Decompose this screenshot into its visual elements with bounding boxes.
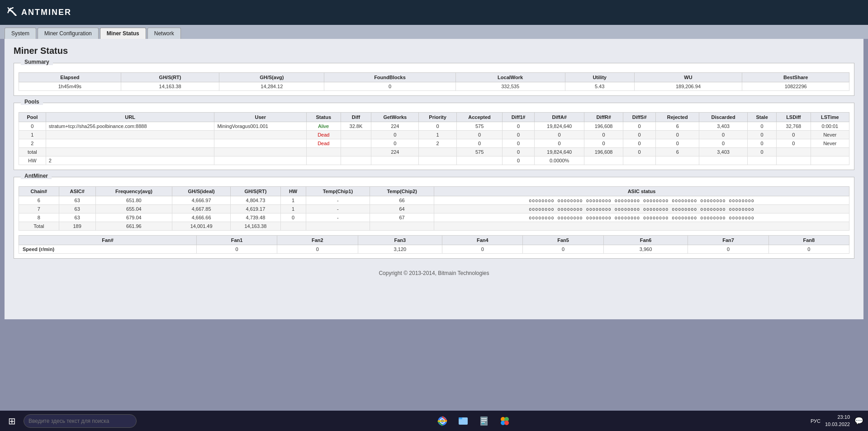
fan-speed-5: 0 [523, 245, 603, 254]
pool-col-getworks: GetWorks [371, 113, 419, 122]
pool-hw-stale [748, 156, 777, 165]
pool-hw-diffr [584, 156, 623, 165]
pool-col-priority: Priority [419, 113, 457, 122]
pool-0-rejected: 6 [656, 122, 699, 131]
pool-col-diffs: DiffS# [623, 113, 656, 122]
pool-hw-label: HW [19, 156, 46, 165]
pool-2-diffr: 0 [584, 139, 623, 148]
pool-total-diffa: 19,824,640 [534, 148, 584, 156]
chain-8-asic: 63 [59, 213, 95, 222]
tab-network[interactable]: Network [147, 28, 181, 39]
fan-speed-1: 0 [197, 245, 277, 254]
pool-total-url [46, 148, 214, 156]
fan-speed-3: 3,120 [358, 245, 442, 254]
pool-col-status: Status [306, 113, 341, 122]
pool-total-diffr: 196,608 [584, 148, 623, 156]
fan-table: Fan# Fan1 Fan2 Fan3 Fan4 Fan5 Fan6 Fan7 … [19, 235, 849, 254]
pool-1-discarded: 0 [699, 131, 747, 139]
best-share-value: 10822296 [742, 82, 849, 91]
pool-1-diffs: 0 [623, 131, 656, 139]
notification-icon[interactable]: 💬 [854, 417, 863, 425]
chain-col-chain: Chain# [19, 187, 59, 196]
chain-total-temp1 [306, 222, 370, 231]
file-manager-icon[interactable] [455, 412, 472, 430]
pool-hw-rejected [656, 156, 699, 165]
col-ghs-rt: GH/S(RT) [121, 73, 219, 82]
pool-hw-user [214, 156, 307, 165]
col-best-share: BestShare [742, 73, 849, 82]
chain-col-ghs-rt: GH/S(RT) [231, 187, 281, 196]
pool-total-lsdiff [777, 148, 811, 156]
chain-7-ghs-rt: 4,619.17 [231, 205, 281, 213]
pool-col-diff: Diff [341, 113, 371, 122]
svg-rect-6 [481, 418, 487, 419]
pool-0-user: MiningVoragus001.001 [214, 122, 307, 131]
pool-col-url: URL [46, 113, 214, 122]
pool-2-status: Dead [306, 139, 341, 148]
antminer-legend: AntMiner [21, 173, 52, 179]
chain-7-ghs-ideal: 4,667.85 [172, 205, 231, 213]
chain-6-asic-status: oooooooo oooooooo oooooooo oooooooo oooo… [434, 196, 849, 205]
pool-0-diff1: 0 [503, 122, 535, 131]
chain-8-chain: 8 [19, 213, 59, 222]
pool-2-lsdiff: 0 [777, 139, 811, 148]
pool-0-lstime: 0:00:01 [811, 122, 849, 131]
taskbar-left: ⊞ [2, 412, 137, 431]
pool-1-status: Dead [306, 131, 341, 139]
pool-1-rejected: 0 [656, 131, 699, 139]
pool-total-getworks: 224 [371, 148, 419, 156]
pool-col-diffa: DiffA# [534, 113, 584, 122]
fan-speed-2: 0 [277, 245, 358, 254]
pool-1-diffa: 0 [534, 131, 584, 139]
pool-2-priority: 2 [419, 139, 457, 148]
pool-col-rejected: Rejected [656, 113, 699, 122]
chain-row-6: 6 63 651.80 4,666.97 4,804.73 1 - 66 ooo… [19, 196, 849, 205]
pool-0-getworks: 224 [371, 122, 419, 131]
pool-2-user [214, 139, 307, 148]
chain-col-freq: Frequency(avg) [95, 187, 172, 196]
pool-2-diffs: 0 [623, 139, 656, 148]
chain-table: Chain# ASIC# Frequency(avg) GH/S(ideal) … [19, 186, 849, 231]
chrome-icon[interactable] [434, 412, 451, 430]
fan-col-6: Fan6 [603, 236, 688, 245]
pool-0-status: Alive [306, 122, 341, 131]
chain-row-total: Total 189 661.96 14,001.49 14,163.38 [19, 222, 849, 231]
pool-1-stale: 0 [748, 131, 777, 139]
footer: Copyright © 2013-2014, Bitmain Technolog… [14, 265, 854, 281]
pool-hw-value: 2 [46, 156, 214, 165]
pool-col-discarded: Discarded [699, 113, 747, 122]
pool-row-hw: HW 2 0 0.0000% [19, 156, 849, 165]
pool-2-diff [341, 139, 371, 148]
svg-rect-4 [459, 417, 462, 419]
pool-col-diffr: DiffR# [584, 113, 623, 122]
tab-miner-status[interactable]: Miner Status [100, 28, 146, 39]
taskbar-search-input[interactable] [24, 414, 137, 428]
pool-2-diffa: 0 [534, 139, 584, 148]
pool-0-stale: 0 [748, 122, 777, 131]
tab-system[interactable]: System [5, 28, 36, 39]
chain-total-asic-status [434, 222, 849, 231]
pool-2-diff1: 0 [503, 139, 535, 148]
notepad-icon[interactable]: N [475, 412, 493, 430]
pool-hw-diffs [623, 156, 656, 165]
chain-col-asic-status: ASIC status [434, 187, 849, 196]
pool-1-user [214, 131, 307, 139]
chain-row-7: 7 63 655.04 4,667.85 4,619.17 1 - 64 ooo… [19, 205, 849, 213]
app-icon-4[interactable] [496, 412, 513, 430]
ghs-rt-value: 14,163.38 [121, 82, 219, 91]
start-button[interactable]: ⊞ [2, 412, 21, 431]
pool-2-url [46, 139, 214, 148]
chain-col-hw: HW [280, 187, 306, 196]
summary-section: Summary Elapsed GH/S(RT) GH/S(avg) Found… [14, 63, 854, 96]
taskbar-icons: N [434, 412, 513, 430]
chain-total-asic: 189 [59, 222, 95, 231]
pool-1-lsdiff: 0 [777, 131, 811, 139]
tab-miner-configuration[interactable]: Miner Configuration [38, 28, 99, 39]
taskbar-date: 10.03.2022 [825, 421, 850, 428]
pools-table: Pool URL User Status Diff GetWorks Prior… [19, 112, 849, 165]
pool-total-accepted: 575 [456, 148, 502, 156]
pool-hw-lsdiff [777, 156, 811, 165]
chain-6-asic: 63 [59, 196, 95, 205]
found-blocks-value: 0 [324, 82, 455, 91]
fan-speed-6: 3,960 [603, 245, 688, 254]
